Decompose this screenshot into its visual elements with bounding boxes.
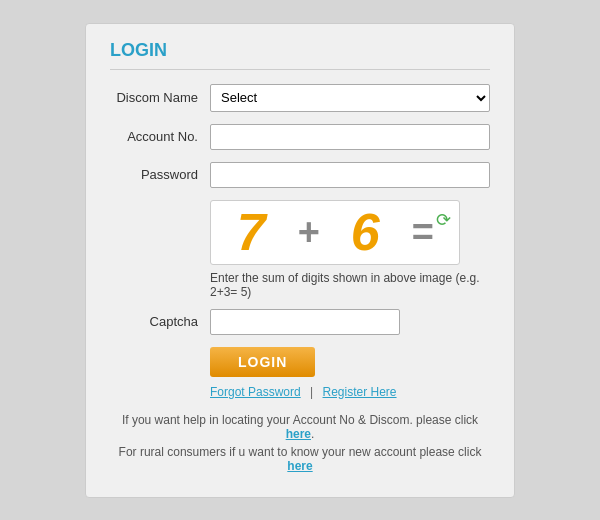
info-line1: If you want help in locating your Accoun… [110,413,490,441]
info-line2-link[interactable]: here [287,459,312,473]
captcha-op1: + [297,211,319,254]
account-no-label: Account No. [110,129,210,144]
login-button[interactable]: LOGIN [210,347,315,377]
captcha-input-row: Captcha [110,309,490,335]
account-no-input[interactable] [210,124,490,150]
discom-name-select[interactable]: Select [210,84,490,112]
login-box: LOGIN Discom Name Select Account No. Pas… [85,23,515,498]
captcha-section: 7 + 6 = ⟳ Enter the sum of digits shown … [210,200,490,299]
captcha-num1: 7 [237,206,266,258]
info-line1-link[interactable]: here [286,427,311,441]
discom-name-label: Discom Name [110,90,210,105]
page-wrapper: LOGIN Discom Name Select Account No. Pas… [0,0,600,520]
captcha-image: 7 + 6 = ⟳ [210,200,460,265]
captcha-hint: Enter the sum of digits shown in above i… [210,271,490,299]
captcha-op2: = [411,211,433,254]
account-no-row: Account No. [110,124,490,150]
captcha-num2: 6 [351,206,380,258]
captcha-label: Captcha [110,314,210,329]
password-label: Password [110,167,210,182]
links-row: Forgot Password | Register Here [210,385,490,399]
login-btn-row: LOGIN [210,347,490,377]
info-line2-before: For rural consumers if u want to know yo… [119,445,482,459]
info-line1-before: If you want help in locating your Accoun… [122,413,478,427]
forgot-password-link[interactable]: Forgot Password [210,385,301,399]
refresh-icon[interactable]: ⟳ [436,209,451,231]
register-link[interactable]: Register Here [323,385,397,399]
password-row: Password [110,162,490,188]
password-input[interactable] [210,162,490,188]
info-line2: For rural consumers if u want to know yo… [110,445,490,473]
info-line1-after: . [311,427,314,441]
links-separator: | [310,385,313,399]
captcha-input[interactable] [210,309,400,335]
discom-name-row: Discom Name Select [110,84,490,112]
login-title: LOGIN [110,40,490,70]
